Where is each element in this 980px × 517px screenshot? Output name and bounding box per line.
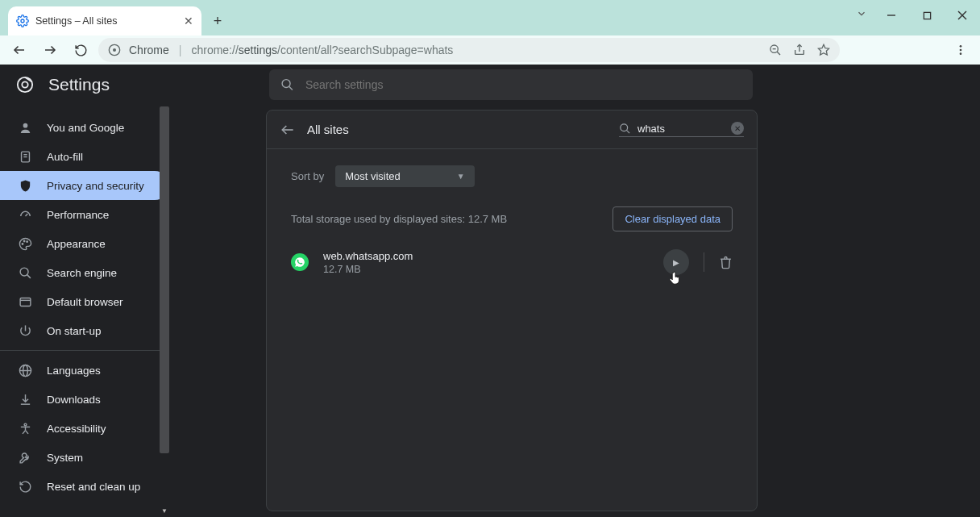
accessibility-icon — [18, 421, 32, 436]
sidebar-item-label: Downloads — [47, 394, 101, 406]
sidebar-item-label: Accessibility — [47, 423, 106, 435]
svg-point-14 — [960, 45, 962, 48]
card-header: All sites ✕ — [267, 110, 757, 149]
back-button[interactable] — [6, 37, 32, 63]
site-row[interactable]: web.whatsapp.com 12.7 MB ▶ — [291, 249, 733, 275]
sidebar-item-label: Reset and clean up — [47, 481, 140, 493]
sidebar-item-label: Search engine — [47, 267, 117, 279]
address-bar[interactable]: Chrome | chrome://settings/content/all?s… — [98, 38, 840, 62]
svg-point-8 — [113, 48, 116, 52]
tab-title: Settings – All sites — [35, 15, 117, 27]
wrench-icon — [18, 450, 32, 465]
site-filter-input[interactable] — [637, 123, 725, 135]
share-icon[interactable] — [793, 44, 806, 56]
svg-line-21 — [289, 86, 293, 90]
omnibox-origin: Chrome — [129, 44, 169, 56]
settings-header: Settings — [0, 65, 980, 105]
window-controls — [874, 0, 980, 35]
globe-icon — [18, 363, 32, 377]
page-title: All sites — [307, 123, 349, 136]
browser-toolbar: Chrome | chrome://settings/content/all?s… — [0, 35, 980, 65]
sidebar-divider — [0, 350, 169, 351]
search-settings-bar[interactable] — [269, 69, 753, 100]
speedometer-icon — [18, 207, 32, 222]
svg-line-44 — [25, 430, 28, 433]
settings-title: Settings — [48, 75, 110, 94]
reload-button[interactable] — [68, 37, 93, 63]
sidebar-item-on-startup[interactable]: On start-up — [0, 316, 169, 345]
svg-line-26 — [25, 214, 27, 216]
storage-summary: Total storage used by displayed sites: 1… — [291, 213, 507, 225]
search-settings-input[interactable] — [305, 78, 741, 91]
svg-rect-32 — [20, 298, 31, 306]
settings-sidebar: You and Google Auto-fill Privacy and sec… — [0, 105, 169, 517]
tabs-dropdown-button[interactable] — [856, 8, 867, 19]
palette-icon — [18, 236, 32, 251]
svg-point-28 — [23, 240, 24, 241]
power-icon — [18, 323, 32, 338]
sidebar-item-label: System — [47, 452, 83, 464]
new-tab-button[interactable]: + — [206, 10, 229, 32]
svg-marker-13 — [818, 44, 828, 55]
sort-label: Sort by — [291, 170, 324, 182]
sidebar-item-autofill[interactable]: Auto-fill — [0, 142, 169, 171]
close-window-button[interactable] — [945, 3, 980, 27]
site-size: 12.7 MB — [323, 264, 413, 275]
zoom-icon[interactable] — [769, 44, 782, 56]
svg-point-18 — [22, 81, 27, 87]
sidebar-item-downloads[interactable]: Downloads — [0, 385, 169, 414]
search-icon — [18, 265, 32, 280]
svg-point-46 — [621, 123, 628, 131]
close-tab-button[interactable]: ✕ — [184, 15, 193, 27]
svg-point-20 — [282, 80, 290, 88]
gear-icon — [16, 15, 29, 27]
sidebar-item-you-and-google[interactable]: You and Google — [0, 113, 169, 142]
sidebar-item-appearance[interactable]: Appearance — [0, 229, 169, 258]
sidebar-item-search-engine[interactable]: Search engine — [0, 258, 169, 287]
svg-point-16 — [960, 52, 962, 55]
search-icon — [280, 77, 294, 92]
search-icon — [619, 123, 631, 135]
back-arrow-button[interactable] — [280, 122, 296, 138]
site-info-icon[interactable] — [108, 44, 121, 56]
browser-icon — [18, 294, 32, 309]
bookmark-icon[interactable] — [817, 44, 830, 56]
sidebar-item-accessibility[interactable]: Accessibility — [0, 414, 169, 443]
sort-select[interactable]: Most visited ▼ — [335, 165, 475, 187]
sidebar-item-privacy-security[interactable]: Privacy and security — [0, 171, 169, 200]
all-sites-card: All sites ✕ Sort by Most visited ▼ — [266, 110, 758, 511]
browser-tab[interactable]: Settings – All sites ✕ — [8, 6, 201, 35]
browser-menu-button[interactable] — [948, 37, 974, 63]
svg-point-40 — [24, 423, 27, 426]
svg-point-17 — [18, 77, 32, 92]
clear-filter-button[interactable]: ✕ — [731, 122, 744, 135]
site-filter-field[interactable]: ✕ — [619, 122, 744, 137]
scrollbar-down-button[interactable]: ▼ — [160, 507, 169, 517]
sidebar-item-languages[interactable]: Languages — [0, 356, 169, 385]
clear-displayed-data-button[interactable]: Clear displayed data — [612, 206, 733, 231]
sidebar-item-label: Languages — [47, 365, 101, 377]
sidebar-item-label: Default browser — [47, 296, 123, 308]
minimize-button[interactable] — [874, 3, 909, 27]
svg-line-31 — [27, 274, 30, 277]
sidebar-item-label: On start-up — [47, 325, 102, 337]
svg-point-27 — [22, 243, 23, 244]
sidebar-item-performance[interactable]: Performance — [0, 200, 169, 229]
maximize-button[interactable] — [909, 3, 945, 27]
sidebar-item-system[interactable]: System — [0, 443, 169, 472]
whatsapp-icon — [291, 253, 309, 271]
svg-point-22 — [23, 123, 27, 127]
sidebar-item-default-browser[interactable]: Default browser — [0, 287, 169, 316]
svg-point-0 — [21, 19, 24, 23]
sidebar-item-reset-cleanup[interactable]: Reset and clean up — [0, 472, 169, 501]
sidebar-item-label: Appearance — [47, 238, 106, 250]
svg-point-30 — [20, 268, 28, 276]
sidebar-scrollbar[interactable] — [160, 106, 169, 453]
person-icon — [18, 120, 32, 135]
sidebar-item-label: Auto-fill — [47, 151, 83, 163]
svg-point-29 — [26, 240, 27, 241]
forward-button[interactable] — [37, 37, 63, 63]
site-expand-button[interactable]: ▶ — [663, 249, 689, 275]
delete-site-button[interactable] — [719, 256, 733, 269]
chrome-logo-icon — [16, 76, 34, 94]
